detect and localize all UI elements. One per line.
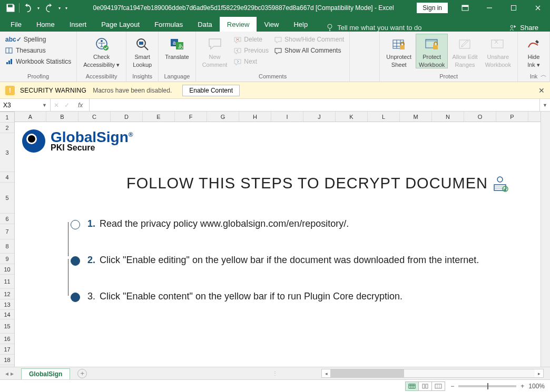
tab-view[interactable]: View — [257, 17, 286, 32]
row-header[interactable]: 9 — [0, 254, 14, 264]
column-header[interactable]: J — [303, 112, 336, 122]
ribbon-tabs: File Home Insert Page Layout Formulas Da… — [0, 16, 550, 32]
redo-button[interactable] — [42, 1, 56, 15]
translate-button[interactable]: aあ Translate — [162, 34, 192, 61]
protect-workbook-button[interactable]: ProtectWorkbook — [416, 34, 448, 68]
row-header[interactable]: 4 — [0, 172, 14, 183]
new-sheet-button[interactable]: + — [77, 369, 87, 378]
row-header[interactable]: 15 — [0, 319, 14, 334]
tab-home[interactable]: Home — [29, 17, 62, 32]
row-header[interactable]: 17 — [0, 344, 14, 355]
tab-file[interactable]: File — [3, 17, 29, 32]
tab-help[interactable]: Help — [286, 17, 315, 32]
zoom-level[interactable]: 100% — [528, 383, 545, 390]
column-header[interactable]: L — [368, 112, 400, 122]
undo-dropdown[interactable]: ▾ — [35, 1, 42, 15]
previous-comment-button: Previous — [231, 46, 271, 55]
zoom-out-button[interactable]: − — [450, 383, 454, 390]
thesaurus-button[interactable]: Thesaurus — [3, 46, 48, 55]
formula-bar: X3 ▼ ✕ ✓ fx ▼ — [0, 99, 550, 112]
row-header[interactable]: 5 — [0, 183, 14, 214]
workbook-statistics-button[interactable]: Workbook Statistics — [3, 57, 73, 66]
page-layout-view-button[interactable] — [418, 381, 432, 391]
share-button[interactable]: Share — [509, 24, 547, 32]
fx-icon[interactable]: fx — [75, 102, 86, 109]
row-header[interactable]: 7 — [0, 224, 14, 239]
tab-page-layout[interactable]: Page Layout — [94, 17, 147, 32]
row-header[interactable]: 3 — [0, 133, 14, 172]
tab-data[interactable]: Data — [190, 17, 219, 32]
column-header[interactable]: F — [175, 112, 207, 122]
svg-rect-10 — [6, 62, 8, 64]
tab-formulas[interactable]: Formulas — [147, 17, 190, 32]
sheet-canvas[interactable]: GlobalSign® PKI Secure FOLLOW THIS STEPS… — [15, 122, 541, 367]
collapse-ribbon-button[interactable]: ︿ — [541, 71, 547, 79]
showall-icon — [274, 47, 282, 54]
row-header[interactable]: 2 — [0, 123, 14, 133]
group-protect: UnprotectSheet ProtectWorkbook Allow Edi… — [380, 32, 518, 82]
row-header[interactable]: 8 — [0, 239, 14, 254]
page-break-view-button[interactable] — [431, 381, 445, 391]
column-header[interactable]: D — [111, 112, 143, 122]
svg-rect-1 — [462, 5, 468, 7]
column-header[interactable]: K — [336, 112, 368, 122]
sheet-tab-globalsign[interactable]: GlobalSign — [21, 368, 70, 379]
column-header[interactable]: N — [432, 112, 464, 122]
maximize-button[interactable] — [502, 0, 526, 16]
column-header[interactable]: C — [78, 112, 111, 122]
row-header[interactable]: 13 — [0, 299, 14, 310]
column-header[interactable]: I — [271, 112, 303, 122]
column-header[interactable]: A — [15, 112, 46, 122]
column-header[interactable]: O — [464, 112, 496, 122]
undo-button[interactable] — [21, 1, 35, 15]
row-header[interactable]: 18 — [0, 355, 14, 365]
row-header[interactable]: 11 — [0, 275, 14, 289]
column-header[interactable]: P — [496, 112, 528, 122]
normal-view-button[interactable] — [405, 381, 419, 391]
save-button[interactable] — [3, 1, 18, 15]
tab-insert[interactable]: Insert — [62, 17, 94, 32]
enable-content-button[interactable]: Enable Content — [182, 85, 240, 96]
formula-input[interactable] — [90, 99, 539, 111]
column-header[interactable]: G — [207, 112, 239, 122]
formula-bar-expand[interactable]: ▼ — [539, 99, 550, 111]
check-accessibility-button[interactable]: CheckAccessibility ▾ — [80, 34, 123, 68]
smart-lookup-button[interactable]: SmartLookup — [130, 34, 155, 68]
minimize-button[interactable] — [477, 0, 502, 16]
security-close-button[interactable]: ✕ — [538, 86, 545, 95]
row-header[interactable]: 6 — [0, 214, 14, 224]
column-header[interactable]: M — [400, 112, 432, 122]
group-proofing: abc✓Spelling Thesaurus Workbook Statisti… — [0, 32, 77, 82]
delete-comment-button: Delete — [231, 35, 271, 44]
row-header[interactable]: 12 — [0, 289, 14, 299]
show-all-comments-button[interactable]: Show All Comments — [272, 46, 346, 55]
redo-dropdown[interactable]: ▾ — [56, 1, 63, 15]
zoom-in-button[interactable]: + — [520, 383, 524, 390]
zoom-slider[interactable] — [458, 385, 516, 387]
row-header[interactable]: 10 — [0, 264, 14, 275]
sign-in-button[interactable]: Sign in — [417, 3, 448, 13]
column-header[interactable]: B — [46, 112, 78, 122]
ribbon-display-options[interactable] — [453, 0, 477, 16]
sheet-nav[interactable]: ◂▸ — [5, 370, 14, 377]
qat-customize[interactable]: ▾ — [63, 1, 70, 15]
row-header[interactable]: 1 — [0, 112, 14, 123]
tab-split-handle[interactable]: ⋮ — [272, 370, 278, 376]
vertical-scrollbar[interactable] — [541, 112, 550, 367]
show-hide-comment-button: Show/Hide Comment — [272, 35, 346, 44]
group-label-ink: Ink — [530, 73, 538, 81]
tab-review[interactable]: Review — [220, 17, 257, 32]
row-header[interactable]: 16 — [0, 334, 14, 344]
hide-ink-button[interactable]: HideInk ▾ — [521, 34, 546, 68]
spelling-button[interactable]: abc✓Spelling — [3, 35, 48, 44]
column-header[interactable]: H — [239, 112, 271, 122]
row-header[interactable]: 14 — [0, 310, 14, 319]
column-header[interactable]: E — [143, 112, 175, 122]
delete-icon — [233, 36, 242, 43]
unprotect-sheet-button[interactable]: UnprotectSheet — [383, 34, 415, 68]
close-button[interactable] — [526, 0, 550, 16]
horizontal-scrollbar[interactable]: ◂▸ — [321, 369, 544, 378]
step-3: 3.Click "Enable content" on the yellow b… — [22, 291, 534, 302]
tell-me-search[interactable]: Tell me what you want to do — [326, 23, 421, 32]
name-box[interactable]: X3 ▼ — [0, 99, 51, 111]
